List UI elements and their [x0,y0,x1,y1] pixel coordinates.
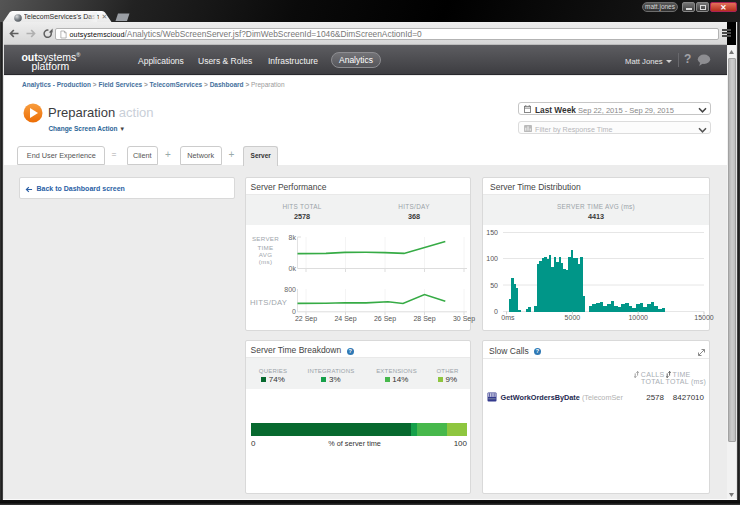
svg-text:0k: 0k [289,265,297,272]
svg-text:TIME: TIME [258,244,274,251]
svg-text:HITS/DAY: HITS/DAY [250,298,287,307]
svg-text:(ms): (ms) [259,258,273,265]
svg-text:30 Sep: 30 Sep [453,315,475,323]
svg-text:150: 150 [486,229,498,236]
svg-text:0: 0 [494,308,498,315]
svg-text:800: 800 [284,286,296,293]
svg-text:100: 100 [486,255,498,262]
svg-text:AVG: AVG [259,251,273,258]
svg-text:50: 50 [490,282,498,289]
svg-text:10000: 10000 [628,314,648,321]
svg-text:15000: 15000 [694,314,714,321]
svg-text:0ms: 0ms [501,314,515,321]
svg-text:24 Sep: 24 Sep [334,315,356,323]
svg-text:8k: 8k [289,234,297,241]
svg-text:5000: 5000 [565,314,581,321]
svg-text:26 Sep: 26 Sep [374,315,396,323]
svg-text:28 Sep: 28 Sep [413,315,435,323]
svg-text:SERVER: SERVER [252,235,279,242]
svg-text:22 Sep: 22 Sep [295,315,317,323]
